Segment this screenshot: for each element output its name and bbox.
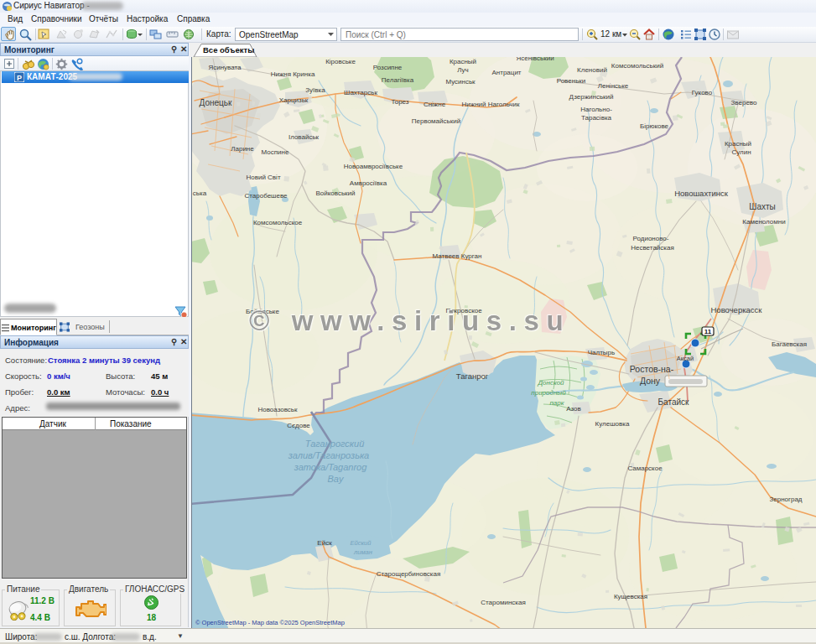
svg-text:Зверево: Зверево bbox=[731, 99, 758, 106]
svg-text:Моспине: Моспине bbox=[262, 148, 289, 156]
svg-text:Шахты: Шахты bbox=[749, 202, 775, 211]
svg-text:Новий Світ: Новий Світ bbox=[246, 174, 280, 181]
svg-text:Пелагіївка: Пелагіївка bbox=[382, 76, 414, 84]
svg-text:Кіровське: Кіровське bbox=[325, 58, 356, 65]
svg-text:залив/Таганрозька: залив/Таганрозька bbox=[288, 450, 370, 460]
svg-text:Амвросіївка: Амвросіївка bbox=[350, 179, 387, 187]
svg-text:Самарское: Самарское bbox=[627, 465, 663, 472]
svg-text:Ясинувата: Ясинувата bbox=[208, 64, 242, 71]
svg-text:лиман: лиман bbox=[353, 548, 372, 556]
svg-text:парк: парк bbox=[549, 399, 564, 407]
svg-text:Нижня Кринка: Нижня Кринка bbox=[271, 70, 315, 78]
svg-text:Сєдове: Сєдове bbox=[287, 422, 310, 429]
svg-text:Сніжне: Сніжне bbox=[424, 101, 446, 108]
svg-text:Шахтарськ: Шахтарськ bbox=[344, 89, 377, 96]
svg-text:Донецьк: Донецьк bbox=[200, 98, 232, 107]
svg-text:Іловайськ: Іловайськ bbox=[288, 133, 320, 141]
svg-text:Чалтырь: Чалтырь bbox=[588, 349, 615, 356]
svg-text:ська: ська bbox=[193, 190, 207, 197]
svg-text:Дзержинський: Дзержинський bbox=[569, 93, 613, 101]
svg-text:Торез: Торез bbox=[391, 98, 408, 106]
svg-text:Ясенівський: Ясенівський bbox=[516, 57, 554, 62]
svg-text:Нижний Нагольчик: Нижний Нагольчик bbox=[462, 101, 520, 108]
svg-text:Новоазовськ: Новоазовськ bbox=[257, 406, 298, 413]
svg-text:Новочеркасск: Новочеркасск bbox=[711, 305, 763, 314]
svg-text:Зерноград: Зерноград bbox=[769, 496, 802, 503]
svg-text:Гуково: Гуково bbox=[692, 89, 713, 96]
svg-text:Нагольно-: Нагольно- bbox=[580, 106, 612, 113]
svg-text:Зуївка: Зуївка bbox=[305, 86, 325, 94]
svg-text:Кулешовка: Кулешовка bbox=[595, 420, 630, 428]
svg-text:Аксай: Аксай bbox=[677, 355, 694, 362]
svg-text:Таганрогский: Таганрогский bbox=[305, 439, 365, 449]
svg-text:Каменоломни: Каменоломни bbox=[742, 218, 785, 226]
svg-text:природный: природный bbox=[531, 389, 566, 397]
svg-text:Красный: Красный bbox=[725, 140, 751, 148]
svg-text:Старощербиновская: Старощербиновская bbox=[377, 570, 441, 578]
svg-text:Несветайская: Несветайская bbox=[631, 244, 674, 252]
svg-text:Бірюкове: Бірюкове bbox=[640, 122, 669, 130]
svg-text:Тарасівка: Тарасівка bbox=[581, 114, 612, 122]
svg-text:Батайск: Батайск bbox=[658, 397, 690, 407]
svg-text:Первомайський: Первомайський bbox=[412, 117, 460, 125]
svg-text:Мусинськ: Мусинськ bbox=[445, 78, 476, 86]
svg-text:Азов: Азов bbox=[566, 405, 581, 413]
svg-text:Ростов-на-: Ростов-на- bbox=[630, 364, 674, 374]
svg-text:Сулин: Сулин bbox=[731, 148, 751, 156]
svg-text:Родионово-: Родионово- bbox=[633, 235, 669, 242]
svg-text:Новошахтинск: Новошахтинск bbox=[674, 189, 729, 198]
svg-text:Староминская: Староминская bbox=[481, 599, 526, 606]
svg-text:Луч: Луч bbox=[457, 66, 469, 74]
svg-text:затока/Taganrog: затока/Taganrog bbox=[294, 462, 368, 472]
svg-text:Комсомольський: Комсомольський bbox=[611, 62, 663, 70]
svg-text:Розсипне: Розсипне bbox=[373, 64, 403, 71]
svg-text:Харцизьк: Харцизьк bbox=[279, 96, 309, 104]
svg-text:Матвеев Курган: Матвеев Курган bbox=[433, 252, 482, 260]
svg-text:Ейск: Ейск bbox=[317, 539, 332, 547]
svg-text:Красный: Красный bbox=[450, 58, 476, 65]
svg-text:Кущевская: Кущевская bbox=[614, 593, 647, 600]
svg-text:Кленовий: Кленовий bbox=[577, 66, 607, 74]
svg-text:Комсомольское: Комсомольское bbox=[253, 219, 303, 226]
svg-text:11: 11 bbox=[704, 328, 712, 335]
svg-text:Антрацит: Антрацит bbox=[491, 69, 521, 76]
svg-text:Донской: Донской bbox=[537, 379, 564, 387]
svg-text:Ейский: Ейский bbox=[351, 539, 372, 547]
svg-text:Ровеньки: Ровеньки bbox=[557, 77, 586, 85]
svg-text:Старобешеве: Старобешеве bbox=[244, 192, 288, 200]
svg-text:Ленінське: Ленінське bbox=[598, 82, 629, 90]
svg-text:Дону: Дону bbox=[640, 376, 661, 386]
svg-text:Новоамвросіївське: Новоамвросіївське bbox=[344, 163, 403, 170]
svg-text:Ларине: Ларине bbox=[231, 145, 254, 153]
svg-text:Багаевская: Багаевская bbox=[772, 340, 807, 348]
svg-text:P: P bbox=[17, 74, 22, 82]
svg-text:Таганрог: Таганрог bbox=[456, 371, 489, 381]
svg-text:Войковський: Войковський bbox=[315, 190, 355, 197]
svg-text:Bay: Bay bbox=[328, 474, 345, 484]
